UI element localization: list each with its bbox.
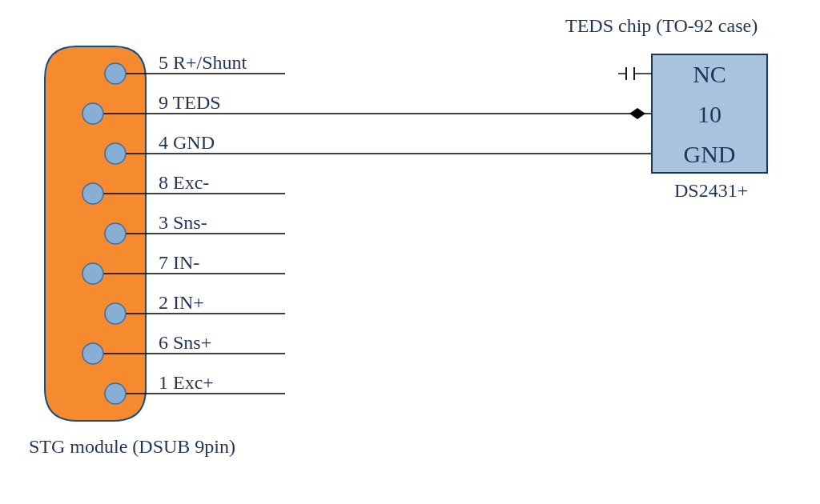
pin-9: [82, 103, 103, 124]
pin-2: [105, 303, 126, 324]
pin-6: [82, 343, 103, 364]
pin-1: [105, 383, 126, 404]
teds-diamond-marker: [629, 108, 645, 119]
pin-label-4: 4 GND: [159, 132, 215, 153]
chip-title: TEDS chip (TO-92 case): [565, 15, 758, 36]
chip-line-0: NC: [693, 61, 726, 87]
pin-label-8: 8 Exc-: [159, 172, 209, 193]
pin-label-7: 7 IN-: [159, 252, 199, 273]
pin-label-1: 1 Exc+: [159, 372, 214, 393]
pin-7: [82, 263, 103, 284]
chip-part-number: DS2431+: [674, 180, 748, 201]
pin-label-6: 6 Sns+: [159, 332, 211, 353]
chip-line-1: 10: [697, 101, 722, 127]
pin-3: [105, 223, 126, 244]
pin-8: [82, 183, 103, 204]
chip-line-2: GND: [684, 141, 736, 167]
pin-label-3: 3 Sns-: [159, 212, 207, 233]
pin-label-2: 2 IN+: [159, 292, 204, 313]
pin-label-5: 5 R+/Shunt: [159, 52, 247, 73]
pin-label-9: 9 TEDS: [159, 92, 221, 113]
pin-5: [105, 63, 126, 84]
pin-4: [105, 143, 126, 164]
connector-caption: STG module (DSUB 9pin): [29, 436, 235, 457]
